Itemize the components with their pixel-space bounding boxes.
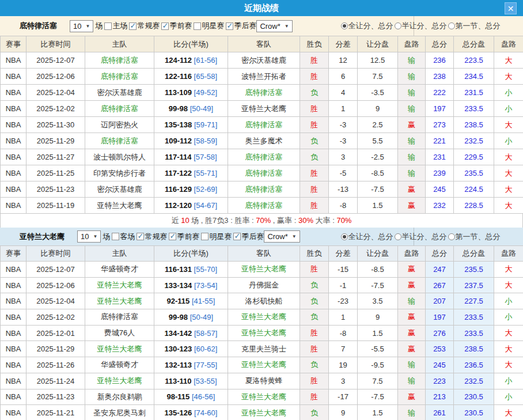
column-header: 比分(半场) (154, 36, 228, 52)
over-under-value: 大 (505, 281, 513, 289)
away-cell: 底特律活塞 (228, 181, 300, 198)
checkbox-label: 季前赛 (177, 232, 199, 242)
total-line-value: 233.5 (464, 313, 483, 321)
total-points-cell: 245 (426, 181, 454, 198)
radio-label: 半让分、总分 (402, 232, 447, 242)
chevron-down-icon: ▼ (85, 24, 90, 29)
checkbox-box[interactable] (201, 233, 209, 240)
filter-checkbox-明星赛[interactable]: 明星赛 (194, 21, 224, 31)
checkbox-box[interactable] (169, 233, 176, 240)
home-team: 费城76人 (104, 328, 135, 337)
away-team: 丹佛掘金 (249, 281, 279, 289)
total-line-cell: 234.5 (454, 69, 494, 85)
odds-company-select[interactable]: Crow* ▼ (256, 20, 292, 32)
handicap-result-value: 输 (408, 360, 415, 369)
total-points-value: 239 (433, 169, 446, 177)
league-cell: NBA (1, 52, 26, 69)
table-row: NBA2025-12-07底特律活塞124-112 [61-56]密尔沃基雄鹿胜… (1, 52, 523, 69)
filter-checkbox-明星赛[interactable]: 明星赛 (201, 232, 232, 242)
handicap-result-cell: 赢 (398, 181, 426, 198)
filter-radio-半让分、总分[interactable]: 半让分、总分 (395, 232, 447, 242)
checkbox-box[interactable] (233, 233, 241, 240)
filter-checkboxes: 主场常规赛季前赛明星赛季后赛 (103, 21, 256, 31)
total-line-value: 232.5 (464, 137, 483, 145)
games-count-select[interactable]: 10 ▼ (77, 230, 101, 243)
filter-radio-第一节、总分[interactable]: 第一节、总分 (448, 21, 501, 31)
point-diff-cell: -5 (329, 165, 358, 181)
win-loss-value: 负 (310, 137, 318, 145)
checkbox-box[interactable] (226, 22, 233, 30)
column-header: 比分(半场) (154, 246, 228, 262)
handicap-result-value: 赢 (408, 120, 415, 129)
filter-radio-第一节、总分[interactable]: 第一节、总分 (448, 232, 501, 242)
checkbox-box[interactable] (194, 22, 201, 30)
over-under-value: 大 (505, 360, 513, 369)
filter-radio-半让分、总分[interactable]: 半让分、总分 (395, 21, 447, 31)
filter-checkbox-客场[interactable]: 客场 (112, 232, 135, 242)
radio-circle-icon[interactable] (341, 22, 348, 29)
halftime-score: [52-69] (194, 185, 217, 194)
over-under-value: 小 (505, 297, 513, 305)
filter-radio-全让分、总分[interactable]: 全让分、总分 (341, 232, 393, 242)
league-cell: NBA (1, 149, 26, 165)
total-points-cell: 231 (426, 149, 454, 165)
team-name: 亚特兰大老鹰 (20, 232, 65, 242)
total-points-cell: 232 (426, 198, 454, 214)
summary-part: 近 (172, 216, 181, 225)
home-team: 底特律活塞 (101, 137, 138, 145)
away-cell: 底特律活塞 (228, 198, 300, 214)
away-cell: 亚特兰大老鹰 (228, 262, 300, 278)
over-under-cell: 大 (494, 405, 523, 420)
filter-checkbox-常规赛[interactable]: 常规赛 (137, 232, 167, 242)
win-loss-cell: 胜 (300, 181, 329, 198)
filter-checkbox-常规赛[interactable]: 常规赛 (129, 21, 160, 31)
fulltime-score: 98-115 (167, 392, 190, 401)
handicap-result-value: 输 (408, 72, 415, 81)
halftime-score: [53-55] (194, 377, 217, 385)
halftime-score: [46-56] (192, 392, 215, 401)
checkbox-box[interactable] (129, 22, 137, 30)
league-cell: NBA (1, 293, 26, 309)
total-points-value: 213 (433, 392, 446, 401)
over-under-cell: 小 (494, 101, 523, 117)
checkbox-box[interactable] (161, 22, 169, 30)
point-diff-cell: -17 (329, 389, 358, 405)
point-diff-cell: 7 (329, 341, 358, 357)
filter-checkbox-季后赛[interactable]: 季后赛 (233, 232, 264, 242)
filter-checkbox-季前赛[interactable]: 季前赛 (161, 21, 192, 31)
home-team: 圣安东尼奥马刺 (93, 408, 146, 417)
games-count-select[interactable]: 10 ▼ (70, 20, 93, 32)
radio-circle-icon[interactable] (448, 22, 455, 29)
handicap-line-cell: -9.5 (358, 357, 398, 373)
radio-circle-icon[interactable] (341, 233, 348, 240)
home-cell: 密尔沃基雄鹿 (85, 181, 154, 198)
home-cell: 费城76人 (85, 325, 154, 341)
filter-checkbox-主场[interactable]: 主场 (104, 21, 127, 31)
total-points-value: 231 (433, 153, 446, 161)
checkbox-box[interactable] (137, 233, 144, 240)
checkbox-label: 常规赛 (145, 232, 167, 242)
win-loss-value: 负 (310, 408, 318, 417)
date-cell: 2025-12-01 (26, 325, 85, 341)
handicap-result-value: 赢 (408, 185, 415, 194)
filter-checkbox-季前赛[interactable]: 季前赛 (169, 232, 199, 242)
handicap-line-cell: -7.5 (358, 277, 398, 293)
radio-circle-icon[interactable] (395, 233, 401, 240)
fulltime-score: 135-126 (165, 408, 192, 417)
fulltime-score: 112-120 (165, 201, 192, 210)
checkbox-box[interactable] (104, 22, 112, 30)
score-cell: 98-115 [46-56] (154, 389, 228, 405)
radio-circle-icon[interactable] (395, 22, 401, 29)
league-cell: NBA (1, 405, 26, 420)
column-header: 分差 (329, 246, 358, 262)
total-line-cell: 235.5 (454, 262, 494, 278)
radio-circle-icon[interactable] (448, 233, 455, 240)
date-cell: 2025-11-23 (26, 181, 85, 198)
handicap-result-value: 输 (408, 137, 415, 145)
odds-company-select[interactable]: Crow* ▼ (264, 230, 300, 243)
close-icon[interactable]: ✕ (505, 2, 517, 14)
checkbox-box[interactable] (112, 233, 119, 240)
filter-checkbox-季后赛[interactable]: 季后赛 (226, 21, 256, 31)
filter-radio-全让分、总分[interactable]: 全让分、总分 (341, 21, 393, 31)
win-loss-value: 胜 (310, 169, 318, 177)
